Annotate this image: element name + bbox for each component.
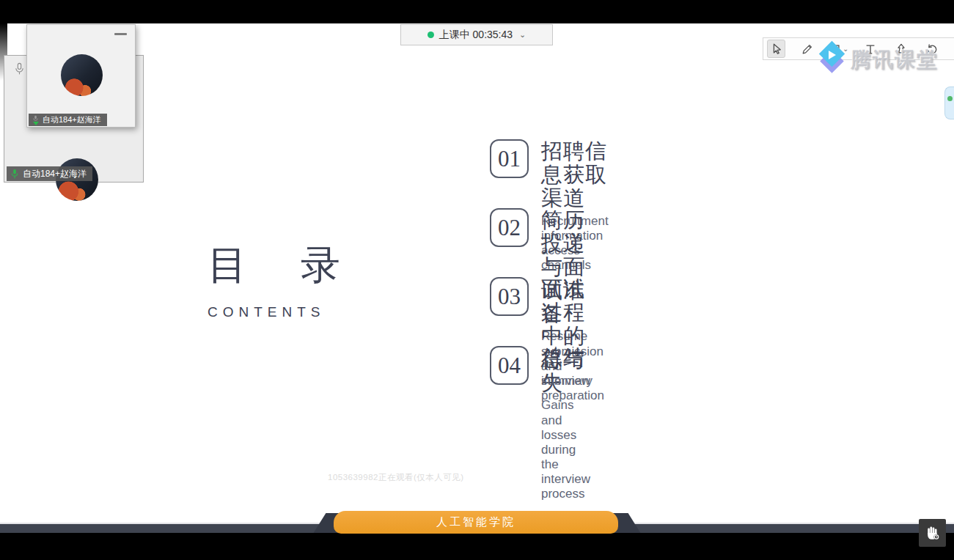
toc-item-subtitle: Gains and losses during the interview pr… bbox=[541, 398, 590, 501]
toc-number-box: 02 bbox=[490, 208, 529, 247]
text-tool-button[interactable] bbox=[861, 40, 879, 58]
participant-name: 自动184+赵海洋 bbox=[43, 114, 101, 125]
toc-item-title: 总结 bbox=[541, 347, 592, 370]
shape-tool-button[interactable]: ⌄ bbox=[829, 43, 848, 56]
undo-button[interactable] bbox=[922, 40, 941, 58]
pencil-icon bbox=[801, 43, 814, 56]
collapsed-side-widget[interactable] bbox=[944, 86, 954, 119]
toc-item-title: 招聘信息获取渠道 bbox=[541, 140, 609, 210]
participant-name: 自动184+赵海洋 bbox=[23, 168, 87, 180]
toc-number-box: 03 bbox=[490, 277, 529, 316]
toc-item-4: 04 总结 summary bbox=[490, 346, 592, 388]
toc-number-box: 01 bbox=[490, 139, 529, 178]
footer-banner: 人工智能学院 bbox=[334, 511, 618, 534]
toc-title-cn: 目 录 bbox=[208, 239, 349, 292]
select-tool-button[interactable] bbox=[767, 40, 785, 58]
minimize-button[interactable] bbox=[114, 33, 127, 35]
laser-pointer-button[interactable] bbox=[892, 40, 910, 58]
app-window: 目 录 CONTENTS 01 招聘信息获取渠道 Recruitment inf… bbox=[0, 0, 954, 560]
chevron-down-icon[interactable]: ⌄ bbox=[843, 45, 848, 53]
laser-pointer-icon bbox=[895, 43, 908, 56]
toc-heading: 目 录 CONTENTS bbox=[208, 239, 349, 320]
video-popup-window[interactable]: 自动184+赵海洋 bbox=[26, 24, 136, 128]
annotation-toolbar: ⌄ bbox=[763, 37, 954, 60]
rectangle-shape-icon bbox=[829, 43, 842, 56]
toc-title-en: CONTENTS bbox=[208, 304, 349, 320]
hand-icon bbox=[925, 525, 941, 541]
class-status-text: 上课中 00:35:43 bbox=[439, 29, 513, 42]
pen-tool-button[interactable] bbox=[798, 40, 816, 58]
sprout-icon bbox=[947, 96, 953, 101]
text-icon bbox=[864, 43, 877, 56]
undo-icon bbox=[925, 43, 939, 56]
raise-hand-button[interactable] bbox=[919, 519, 946, 547]
toc-item-subtitle: summary bbox=[541, 374, 592, 388]
toc-item-3: 03 面试过程中的得与失 Gains and losses during the… bbox=[490, 277, 590, 501]
participant-name-tag: 自动184+赵海洋 bbox=[7, 166, 92, 181]
participant-name-tag: 自动184+赵海洋 bbox=[29, 114, 107, 126]
mic-status-icon bbox=[32, 115, 39, 125]
avatar bbox=[61, 54, 103, 96]
viewer-watermark: 1053639982正在观看(仅本人可见) bbox=[328, 472, 464, 483]
status-label: 上课中 bbox=[439, 29, 470, 40]
toc-number-box: 04 bbox=[490, 346, 529, 385]
cursor-icon bbox=[770, 43, 783, 56]
live-status-dot bbox=[428, 32, 434, 38]
class-timer: 00:35:43 bbox=[473, 29, 513, 40]
chevron-down-icon[interactable]: ⌄ bbox=[519, 30, 526, 40]
class-status-pill[interactable]: 上课中 00:35:43 ⌄ bbox=[400, 24, 553, 45]
microphone-icon bbox=[14, 62, 25, 79]
mic-active-icon bbox=[10, 169, 19, 180]
